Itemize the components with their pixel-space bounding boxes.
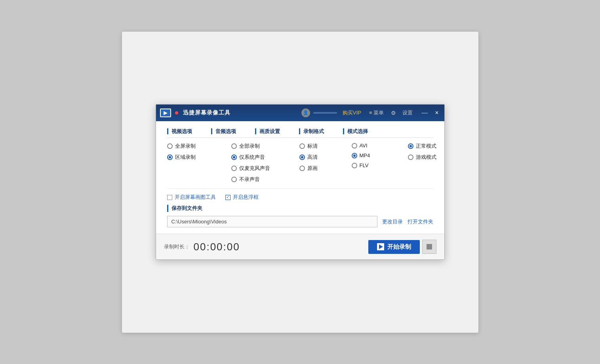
quality-sd-label: 标清: [307, 143, 318, 150]
section-headers-row: 视频选项 音频选项 画质设置 录制格式 模式选择: [167, 128, 433, 138]
save-folder-label: 保存到文件夹: [167, 205, 433, 212]
bottom-buttons: 开始录制: [368, 240, 436, 254]
audio-system-option[interactable]: 仅系统声音: [231, 154, 287, 161]
audio-none-label: 不录声音: [239, 176, 260, 183]
buy-vip-button[interactable]: 购买VIP: [340, 109, 364, 117]
format-avi-option[interactable]: AVI: [352, 143, 395, 149]
quality-options-column: 标清 高清 原画: [299, 143, 339, 183]
app-logo-icon: ▶: [160, 109, 171, 117]
audio-mic-label: 仅麦克风声音: [239, 165, 270, 172]
video-section-header: 视频选项: [167, 128, 195, 135]
video-fullscreen-label: 全屏录制: [175, 143, 196, 150]
quality-original-radio[interactable]: [299, 166, 305, 171]
floating-window-label: 开启悬浮框: [233, 194, 259, 201]
outer-container: ▶ 迅捷屏幕录像工具 👤 购买VIP ≡ 菜单 ⚙ 设置 — × 视频选项 音频…: [122, 32, 478, 333]
save-folder-row: 更改目录 打开文件夹: [167, 216, 433, 227]
format-mp4-option[interactable]: MP4: [352, 152, 395, 158]
gear-icon[interactable]: ⚙: [389, 109, 398, 117]
audio-system-radio[interactable]: [231, 154, 237, 160]
screen-annotation-checkbox-item[interactable]: 开启屏幕画图工具: [167, 194, 216, 201]
timer-section: 录制时长： 00:00:00: [164, 241, 240, 253]
format-flv-option[interactable]: FLV: [352, 162, 395, 168]
format-flv-label: FLV: [360, 162, 369, 168]
settings-button[interactable]: 设置: [401, 109, 414, 117]
bottom-bar: 录制时长： 00:00:00 开始录制: [156, 234, 444, 259]
audio-none-option[interactable]: 不录声音: [231, 176, 287, 183]
audio-mic-radio[interactable]: [231, 166, 237, 171]
start-record-label: 开始录制: [387, 243, 411, 251]
video-options-column: 全屏录制 区域录制: [167, 143, 219, 183]
mode-normal-label: 正常模式: [416, 143, 436, 150]
audio-system-label: 仅系统声音: [239, 154, 265, 161]
audio-all-radio[interactable]: [231, 143, 237, 149]
timer-display: 00:00:00: [194, 241, 240, 253]
format-flv-radio[interactable]: [352, 163, 357, 168]
bottom-checks-row: 开启屏幕画图工具 开启悬浮框: [167, 189, 433, 201]
audio-options-column: 全部录制 仅系统声音 仅麦克风声音 不录声音: [231, 143, 287, 183]
audio-none-radio[interactable]: [231, 177, 237, 182]
main-content: 视频选项 音频选项 画质设置 录制格式 模式选择 全屏录制 区域录制: [156, 121, 444, 234]
user-name-box[interactable]: [313, 112, 337, 114]
format-mp4-radio[interactable]: [352, 153, 357, 158]
mode-normal-option[interactable]: 正常模式: [408, 143, 445, 150]
minimize-button[interactable]: —: [419, 109, 430, 116]
audio-all-option[interactable]: 全部录制: [231, 143, 287, 150]
quality-original-option[interactable]: 原画: [299, 165, 339, 172]
mode-game-radio[interactable]: [408, 154, 413, 160]
quality-sd-radio[interactable]: [299, 143, 305, 149]
format-avi-radio[interactable]: [352, 143, 357, 149]
start-record-button[interactable]: 开始录制: [368, 240, 420, 254]
audio-all-label: 全部录制: [239, 143, 260, 150]
folder-path-input[interactable]: [167, 216, 377, 227]
timer-label: 录制时长：: [164, 243, 190, 250]
audio-section-header: 音频选项: [211, 128, 239, 135]
video-fullscreen-radio[interactable]: [167, 143, 173, 149]
format-avi-label: AVI: [360, 143, 368, 149]
floating-window-checkbox[interactable]: [225, 195, 230, 200]
format-section-header: 录制格式: [299, 128, 327, 135]
stop-icon: [427, 244, 432, 250]
recording-dot-icon: [175, 111, 178, 114]
open-folder-link[interactable]: 打开文件夹: [408, 218, 433, 225]
video-fullscreen-option[interactable]: 全屏录制: [167, 143, 219, 150]
stop-button[interactable]: [422, 240, 436, 254]
mode-game-option[interactable]: 游戏模式: [408, 154, 445, 161]
mode-options-column: 正常模式 游戏模式: [408, 143, 445, 183]
quality-hd-label: 高清: [307, 154, 318, 161]
app-window: ▶ 迅捷屏幕录像工具 👤 购买VIP ≡ 菜单 ⚙ 设置 — × 视频选项 音频…: [156, 104, 445, 260]
avatar: 👤: [301, 109, 310, 117]
screen-annotation-checkbox[interactable]: [167, 195, 172, 200]
quality-original-label: 原画: [307, 165, 318, 172]
video-region-radio[interactable]: [167, 154, 173, 160]
title-bar: ▶ 迅捷屏幕录像工具 👤 购买VIP ≡ 菜单 ⚙ 设置 — ×: [156, 105, 444, 121]
quality-hd-radio[interactable]: [299, 154, 305, 160]
video-region-label: 区域录制: [175, 154, 196, 161]
menu-button[interactable]: ≡ 菜单: [367, 109, 386, 117]
save-folder-section: 保存到文件夹 更改目录 打开文件夹: [167, 205, 433, 227]
format-mp4-label: MP4: [360, 152, 370, 158]
close-button[interactable]: ×: [433, 109, 440, 116]
app-title: 迅捷屏幕录像工具: [183, 109, 298, 116]
mode-section-header: 模式选择: [343, 128, 371, 135]
quality-section-header: 画质设置: [255, 128, 283, 135]
change-directory-link[interactable]: 更改目录: [382, 218, 403, 225]
quality-sd-option[interactable]: 标清: [299, 143, 339, 150]
mode-normal-radio[interactable]: [408, 143, 413, 149]
floating-window-checkbox-item[interactable]: 开启悬浮框: [225, 194, 259, 201]
quality-hd-option[interactable]: 高清: [299, 154, 339, 161]
options-grid: 全屏录制 区域录制 全部录制 仅系统声音: [167, 143, 433, 183]
video-region-option[interactable]: 区域录制: [167, 154, 219, 161]
play-icon: [377, 243, 384, 250]
screen-annotation-label: 开启屏幕画图工具: [175, 194, 216, 201]
audio-mic-option[interactable]: 仅麦克风声音: [231, 165, 287, 172]
mode-game-label: 游戏模式: [416, 154, 436, 161]
format-options-column: AVI MP4 FLV: [352, 143, 395, 183]
